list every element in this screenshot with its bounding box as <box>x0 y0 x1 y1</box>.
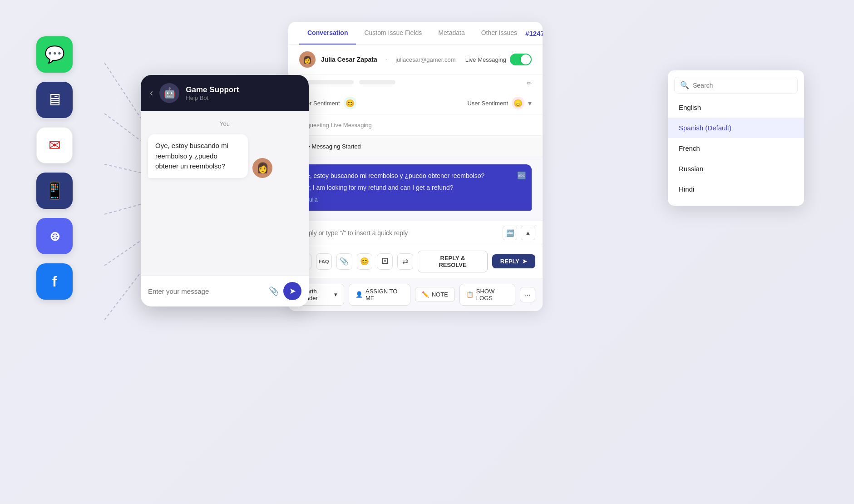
sidebar-icon-desktop[interactable]: 🖥 <box>36 82 73 118</box>
edit-label: ✏ <box>527 80 532 87</box>
sidebar-icon-discord[interactable]: ⊛ <box>36 218 73 254</box>
tab-other-issues[interactable]: Other Issues <box>473 22 525 44</box>
tab-conversation[interactable]: Conversation <box>299 22 356 44</box>
toolbar-faq-button[interactable]: FAQ <box>316 253 332 270</box>
message-bubble: 🔤 e, estoy buscando mi reembolso y ¿pued… <box>299 164 532 211</box>
toolbar-more-button[interactable]: ⇄ <box>397 253 413 270</box>
message-area: Requesting Live Messaging Live Messaging… <box>288 114 543 221</box>
svg-line-0 <box>104 63 141 118</box>
reply-send-icon: ➤ <box>522 258 527 265</box>
chat-title: Game Support <box>186 85 239 94</box>
chat-footer: 📎 ➤ <box>141 275 309 306</box>
language-option-french[interactable]: French <box>668 138 804 158</box>
send-icon: ➤ <box>289 286 296 296</box>
reply-input[interactable] <box>296 229 499 237</box>
sentiment-label-2: User Sentiment <box>467 100 508 107</box>
toolbar-emoji-button[interactable]: 😊 <box>357 253 373 270</box>
facebook-icon: f <box>52 273 57 290</box>
translate-icon: 🔤 <box>517 170 526 182</box>
chat-message-row: Oye, estoy buscando mi reembolso y ¿pued… <box>148 134 301 178</box>
language-dropdown: 🔍 English Spanish (Default) French Russi… <box>668 70 804 206</box>
sidebar-icon-whatsapp[interactable]: 💬 <box>36 36 73 73</box>
show-logs-button[interactable]: 📋 SHOW LOGS <box>459 284 516 306</box>
language-option-russian[interactable]: Russian <box>668 158 804 179</box>
sidebar-icon-email[interactable]: ✉ <box>36 127 73 163</box>
user-avatar: 👩 <box>299 51 316 68</box>
toolbar: ⚡ FAQ 📎 😊 🖼 ⇄ REPLY & RESOLVE REPLY ➤ <box>288 245 543 278</box>
sentiment-chevron-icon[interactable]: ▾ <box>528 99 532 108</box>
chevron-down-icon: ▾ <box>334 291 337 298</box>
chat-body: You Oye, estoy buscando mi reembolso y ¿… <box>141 111 309 275</box>
sidebar-icon-mobile[interactable]: 📱 <box>36 173 73 209</box>
assign-to-me-button[interactable]: 👤 ASSIGN TO ME <box>349 284 410 306</box>
sentiment-emoji-happy: 😊 <box>344 97 356 109</box>
dropdown-search: 🔍 <box>674 77 798 94</box>
svg-line-4 <box>104 241 141 266</box>
assign-icon: 👤 <box>355 291 363 298</box>
bottom-bar: Darth Vader ▾ 👤 ASSIGN TO ME ✏️ NOTE 📋 S… <box>288 278 543 311</box>
live-messaging-row: Live Messaging <box>465 54 532 65</box>
attach-icon[interactable]: 📎 <box>269 286 279 296</box>
user-name: Julia Cesar Zapata <box>321 56 377 63</box>
logs-icon: 📋 <box>466 291 474 298</box>
svg-line-3 <box>104 204 141 214</box>
reply-button[interactable]: REPLY ➤ <box>492 254 535 268</box>
mobile-icon: 📱 <box>44 181 65 200</box>
sentiment-emoji-sad: 😞 <box>512 97 524 109</box>
chat-back-button[interactable]: ‹ <box>150 87 153 99</box>
toolbar-image-button[interactable]: 🖼 <box>377 253 393 270</box>
language-search-input[interactable] <box>693 82 792 89</box>
message-translated: y, I am looking for my refund and can I … <box>306 183 524 193</box>
status-row-2: Live Messaging Started <box>288 136 543 157</box>
whatsapp-icon: 💬 <box>44 45 65 64</box>
language-option-hindi[interactable]: Hindi <box>668 179 804 199</box>
sentiment-group-2: User Sentiment 😞 ▾ <box>467 97 532 109</box>
skeleton-bar-2 <box>359 80 395 84</box>
reply-bar: 🔤 ▲ <box>288 221 543 245</box>
note-icon: ✏️ <box>422 291 429 298</box>
tab-metadata[interactable]: Metadata <box>430 22 473 44</box>
chat-input[interactable] <box>148 287 264 295</box>
status-row-1: Requesting Live Messaging <box>288 114 543 136</box>
language-option-spanish[interactable]: Spanish (Default) <box>668 118 804 138</box>
live-messaging-toggle[interactable] <box>510 54 532 65</box>
sentiment-bar: User Sentiment 😊 User Sentiment 😞 ▾ <box>288 92 543 114</box>
main-panel: Conversation Custom Issue Fields Metadat… <box>288 22 543 311</box>
live-messaging-label: Live Messaging <box>465 56 506 63</box>
panel-tabs: Conversation Custom Issue Fields Metadat… <box>288 22 543 45</box>
toggle-knob <box>521 54 531 64</box>
sidebar-icon-facebook[interactable]: f <box>36 263 73 300</box>
issue-id: #1247879 <box>525 30 543 37</box>
send-button[interactable]: ➤ <box>283 282 301 300</box>
bot-icon: 🤖 <box>163 87 176 99</box>
svg-line-5 <box>104 272 141 320</box>
status-text-1: Requesting Live Messaging <box>299 122 372 128</box>
skeleton-row: ✏ <box>288 74 543 92</box>
chat-title-area: Game Support Help Bot <box>186 85 239 101</box>
sidebar: 💬 🖥 ✉ 📱 ⊛ f <box>36 36 73 300</box>
email-icon: ✉ <box>49 137 61 154</box>
message-sender: Julia <box>306 196 524 204</box>
chat-bot-icon: 🤖 <box>159 83 179 103</box>
note-label: NOTE <box>432 291 448 298</box>
translate-button[interactable]: 🔤 <box>503 226 517 240</box>
reply-resolve-button[interactable]: REPLY & RESOLVE <box>418 251 488 272</box>
svg-line-2 <box>104 164 141 173</box>
chat-avatar: 👩 <box>252 158 272 178</box>
note-button[interactable]: ✏️ NOTE <box>415 287 455 302</box>
chat-bubble: Oye, estoy buscando mi reembolso y ¿pued… <box>148 134 248 178</box>
toolbar-attach-button[interactable]: 📎 <box>336 253 352 270</box>
search-icon: 🔍 <box>680 81 689 89</box>
language-option-english[interactable]: English <box>668 97 804 118</box>
more-actions-button[interactable]: ··· <box>520 287 535 302</box>
logs-label: SHOW LOGS <box>476 288 509 301</box>
svg-line-1 <box>104 114 141 141</box>
user-email: juliacesar@gamer.com <box>395 56 455 63</box>
tab-custom-issue-fields[interactable]: Custom Issue Fields <box>356 22 430 44</box>
message-original: e, estoy buscando mi reembolso y ¿puedo … <box>306 171 524 181</box>
assign-label: ASSIGN TO ME <box>365 288 404 301</box>
chat-window: ‹ 🤖 Game Support Help Bot You Oye, estoy… <box>141 75 309 306</box>
message-bubble-area: 🔤 e, estoy buscando mi reembolso y ¿pued… <box>288 157 543 221</box>
chat-header: ‹ 🤖 Game Support Help Bot <box>141 75 309 111</box>
collapse-button[interactable]: ▲ <box>521 226 535 240</box>
